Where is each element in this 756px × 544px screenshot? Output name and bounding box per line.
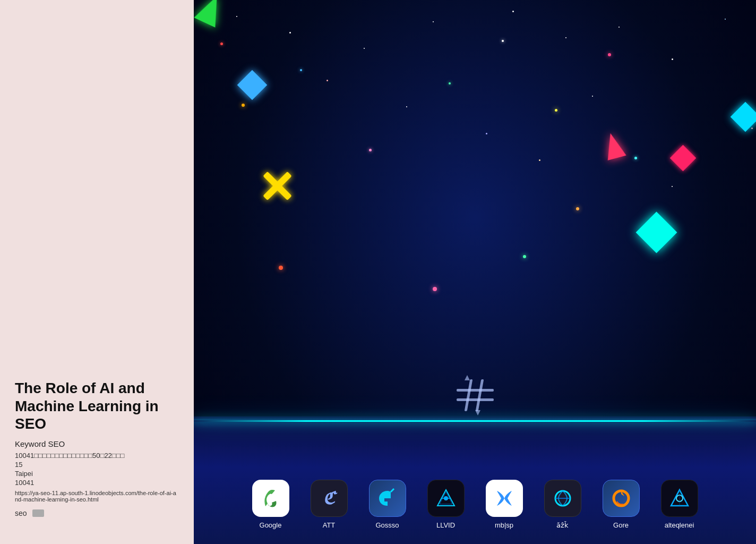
icon-item-mbsp[interactable]: mb|sp	[475, 475, 534, 533]
star	[725, 19, 726, 20]
star	[433, 21, 434, 22]
att-symbol: ℭ	[323, 488, 335, 508]
llvid-icon	[434, 487, 458, 510]
dot-white	[502, 40, 504, 42]
icon-label-google: Google	[260, 521, 282, 529]
icon-item-google[interactable]: Google	[242, 475, 300, 533]
article-title: The Role of AI and Machine Learning in S…	[15, 379, 179, 433]
icon-label-azk: ǎẑǩ	[556, 521, 569, 529]
meta-url[interactable]: https://ya-seo-11.ap-south-1.linodeobjec…	[15, 490, 179, 503]
icon-box-google	[252, 480, 289, 517]
icon-label-llvid: LLVID	[436, 521, 455, 529]
dot-cyan	[634, 157, 637, 159]
icon-label-goesso: Gossso	[375, 521, 399, 529]
star	[512, 11, 514, 12]
star	[672, 58, 673, 60]
icon-item-att[interactable]: ℭ ATT	[300, 475, 358, 533]
dot-orange	[242, 104, 245, 107]
dot-mid-green	[523, 255, 526, 258]
star	[236, 16, 237, 17]
google-leaf-icon	[260, 488, 281, 509]
icon-item-gore[interactable]: Gore	[592, 475, 650, 533]
dot-amber	[576, 207, 579, 210]
meta-line2: 15	[15, 461, 179, 469]
dot-pink	[369, 149, 372, 151]
tag-seo: seo	[15, 509, 27, 517]
red-diamond-shape	[670, 145, 696, 171]
icon-label-att: ATT	[323, 521, 336, 529]
icon-label-gore: Gore	[613, 521, 629, 529]
dot-magenta	[608, 53, 611, 56]
hashtag-icon	[454, 374, 496, 416]
alteqlenei-icon	[668, 487, 691, 510]
icon-box-att: ℭ	[311, 480, 348, 517]
icon-box-alteqlenei	[661, 480, 698, 517]
dot-yellow	[555, 109, 557, 112]
icon-box-azk	[544, 480, 581, 517]
gore-icon	[609, 487, 633, 510]
meta-line1: 10041□□□□□□□□□□□□□□50□22□□□	[15, 452, 179, 460]
meta-line3: Taipei	[15, 470, 179, 478]
tag-icon	[32, 509, 44, 517]
right-panel: Google ℭ ATT Gossso	[194, 0, 756, 544]
icon-item-goesso[interactable]: Gossso	[358, 475, 417, 533]
icon-item-llvid[interactable]: LLVID	[417, 475, 475, 533]
blue-diamond-shape	[237, 70, 268, 100]
star	[539, 159, 540, 161]
pink-arrow-shape	[601, 131, 626, 160]
star	[751, 128, 753, 129]
meta-line4: 10041	[15, 479, 179, 487]
star	[364, 48, 365, 49]
dot-red	[220, 42, 223, 45]
icon-box-gore	[603, 480, 640, 517]
green-arrow-shape	[194, 0, 227, 28]
left-panel: The Role of AI and Machine Learning in S…	[0, 0, 194, 544]
dot-large-pink	[433, 287, 437, 291]
dot-blue	[300, 69, 302, 71]
star	[672, 186, 673, 187]
icon-item-azk[interactable]: ǎẑǩ	[534, 475, 592, 533]
goesso-icon	[376, 487, 399, 510]
horizon-line	[194, 420, 756, 422]
star	[406, 106, 407, 107]
center-symbol-area	[454, 374, 496, 416]
icon-box-goesso	[369, 480, 406, 517]
star	[565, 37, 566, 38]
icon-label-mbsp: mb|sp	[495, 521, 513, 529]
icon-item-alteqlenei[interactable]: alteqlenei	[650, 475, 709, 533]
icons-bar: Google ℭ ATT Gossso	[194, 475, 756, 533]
icon-box-llvid	[427, 480, 465, 517]
svg-line-0	[391, 489, 394, 492]
star	[327, 80, 328, 81]
star	[618, 27, 620, 28]
dot-green	[449, 82, 451, 84]
dot-large-red	[279, 266, 283, 270]
mbsp-icon	[493, 487, 516, 510]
article-info: The Role of AI and Machine Learning in S…	[15, 379, 179, 517]
star	[592, 96, 593, 97]
star	[289, 32, 291, 33]
icon-label-alteqlenei: alteqlenei	[665, 521, 694, 529]
cyan-diamond-shape	[636, 212, 677, 253]
tag-row: seo	[15, 509, 179, 517]
icon-box-mbsp	[486, 480, 523, 517]
star	[486, 133, 487, 134]
azk-icon	[551, 487, 574, 510]
keyword-label: Keyword SEO	[15, 439, 179, 448]
